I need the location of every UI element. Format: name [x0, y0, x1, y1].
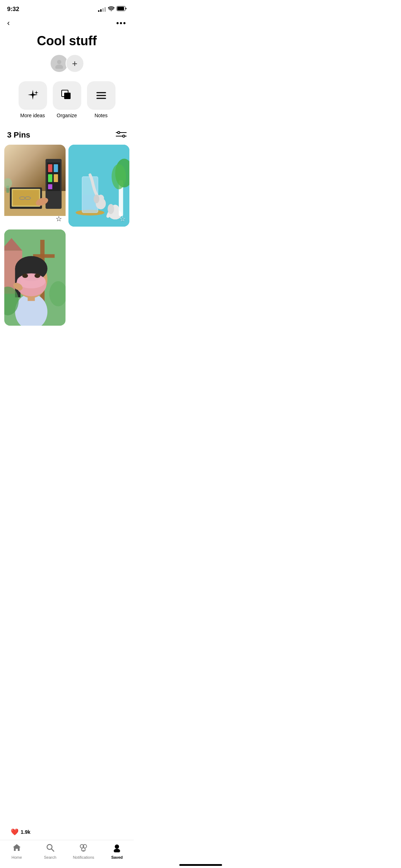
svg-rect-22	[48, 164, 52, 172]
svg-point-45	[112, 164, 126, 189]
sparkle-icon	[26, 89, 39, 102]
svg-point-59	[35, 274, 40, 278]
organize-label: Organize	[57, 113, 77, 118]
svg-rect-19	[13, 190, 39, 205]
more-ideas-label: More ideas	[20, 113, 45, 118]
svg-point-42	[107, 204, 114, 214]
svg-rect-26	[48, 184, 52, 189]
notes-label: Notes	[94, 113, 108, 118]
svg-rect-5	[64, 93, 71, 99]
svg-point-9	[118, 131, 120, 134]
pins-grid: ☆	[0, 145, 134, 326]
svg-rect-25	[54, 174, 58, 182]
add-collaborator-button[interactable]: +	[66, 54, 84, 73]
status-bar: 9:32	[0, 0, 134, 16]
filter-button[interactable]	[116, 130, 127, 140]
action-buttons: More ideas Organize Notes	[0, 81, 134, 118]
collaborators: +	[0, 54, 134, 73]
svg-point-2	[57, 60, 61, 64]
svg-point-12	[123, 135, 125, 137]
pin-item[interactable]	[4, 229, 66, 326]
wifi-icon	[108, 6, 114, 12]
svg-point-58	[22, 274, 28, 278]
pin-item[interactable]: ☆	[68, 145, 130, 227]
organize-icon	[61, 89, 73, 102]
back-button[interactable]: ‹	[7, 19, 10, 28]
status-time: 9:32	[7, 6, 19, 13]
board-title: Cool stuff	[0, 31, 134, 54]
organize-button[interactable]	[53, 81, 81, 110]
nav-bar: ‹ •••	[0, 16, 134, 31]
more-ideas-action: More ideas	[19, 81, 47, 118]
notes-action: Notes	[87, 81, 115, 118]
signal-bars-icon	[98, 7, 106, 12]
notes-button[interactable]	[87, 81, 115, 110]
organize-action: Organize	[53, 81, 81, 118]
svg-rect-23	[54, 164, 58, 172]
svg-point-32	[4, 178, 12, 188]
more-ideas-button[interactable]	[19, 81, 47, 110]
svg-rect-1	[117, 7, 124, 10]
pin-image-mask	[4, 229, 66, 326]
pin-save-button[interactable]: ☆	[119, 215, 126, 223]
pin-item[interactable]: ☆	[4, 145, 66, 227]
pins-count: 3 Pins	[7, 130, 30, 140]
more-button[interactable]: •••	[116, 19, 127, 28]
pin-save-button[interactable]: ☆	[56, 215, 62, 223]
notes-icon	[95, 89, 108, 102]
svg-point-39	[93, 195, 99, 203]
pins-header: 3 Pins	[0, 121, 134, 145]
pin-image-laptop	[4, 145, 66, 216]
svg-rect-24	[48, 174, 52, 182]
svg-point-3	[55, 64, 63, 69]
status-icons	[98, 6, 127, 12]
battery-icon	[117, 6, 127, 12]
